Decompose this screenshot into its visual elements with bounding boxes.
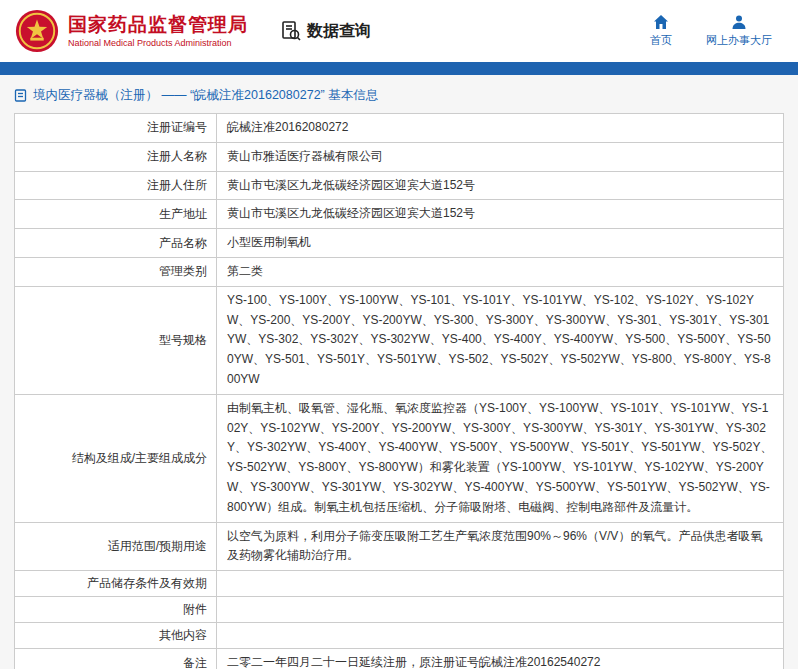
field-value: 小型医用制氧机 [217,229,784,258]
org-name-en: National Medical Products Administration [68,38,248,48]
home-link-label: 首页 [650,33,672,48]
field-label: 注册证编号 [15,114,217,143]
header-quick-links: 首页 网上办事大厅 [650,14,782,48]
service-hall-link[interactable]: 网上办事大厅 [706,14,772,48]
breadcrumb: 境内医疗器械（注册） —— “皖械注准20162080272” 基本信息 [14,87,784,104]
field-label: 管理类别 [15,257,217,286]
data-query-label: 数据查询 [307,21,371,42]
logo-block: 国家药品监督管理局 National Medical Products Admi… [14,8,248,54]
file-icon [14,89,27,102]
site-header: 国家药品监督管理局 National Medical Products Admi… [0,0,798,62]
table-row: 备注二零二一年四月二十一日延续注册，原注册证号皖械注准20162540272 [15,649,784,669]
person-icon [731,14,747,30]
header-divider-bar [0,62,798,75]
field-value [217,623,784,649]
registration-info-table: 注册证编号皖械注准20162080272注册人名称黄山市雅适医疗器械有限公司注册… [14,113,784,669]
field-value: 第二类 [217,257,784,286]
field-label: 产品名称 [15,229,217,258]
national-emblem-icon [14,8,60,54]
field-label: 注册人名称 [15,142,217,171]
table-row: 其他内容 [15,623,784,649]
table-row: 结构及组成/主要组成成分由制氧主机、吸氧管、湿化瓶、氧浓度监控器（YS-100Y… [15,394,784,522]
table-row: 型号规格YS-100、YS-100Y、YS-100YW、YS-101、YS-10… [15,286,784,394]
table-row: 管理类别第二类 [15,257,784,286]
breadcrumb-text: 境内医疗器械（注册） —— “皖械注准20162080272” 基本信息 [33,87,378,104]
field-value [217,597,784,623]
field-label: 型号规格 [15,286,217,394]
field-label: 其他内容 [15,623,217,649]
table-row: 注册人住所黄山市屯溪区九龙低碳经济园区迎宾大道152号 [15,171,784,200]
field-value: 黄山市雅适医疗器械有限公司 [217,142,784,171]
table-row: 注册证编号皖械注准20162080272 [15,114,784,143]
table-row: 产品名称小型医用制氧机 [15,229,784,258]
field-label: 生产地址 [15,200,217,229]
page: 国家药品监督管理局 National Medical Products Admi… [0,0,798,669]
field-label: 附件 [15,597,217,623]
field-value [217,571,784,597]
field-label: 注册人住所 [15,171,217,200]
table-row: 适用范围/预期用途以空气为原料，利用分子筛变压吸附工艺生产氧浓度范围90%～96… [15,522,784,571]
field-label: 备注 [15,649,217,669]
field-value: 黄山市屯溪区九龙低碳经济园区迎宾大道152号 [217,200,784,229]
home-link[interactable]: 首页 [650,14,672,48]
field-label: 产品储存条件及有效期 [15,571,217,597]
table-row: 注册人名称黄山市雅适医疗器械有限公司 [15,142,784,171]
document-search-icon [280,20,302,42]
field-label: 适用范围/预期用途 [15,522,217,571]
service-hall-label: 网上办事大厅 [706,33,772,48]
field-value: YS-100、YS-100Y、YS-100YW、YS-101、YS-101Y、Y… [217,286,784,394]
field-value: 皖械注准20162080272 [217,114,784,143]
org-names: 国家药品监督管理局 National Medical Products Admi… [68,14,248,48]
home-icon [653,14,669,30]
field-value: 由制氧主机、吸氧管、湿化瓶、氧浓度监控器（YS-100Y、YS-100YW、YS… [217,394,784,522]
data-query-nav[interactable]: 数据查询 [280,20,371,42]
table-row: 附件 [15,597,784,623]
table-row: 产品储存条件及有效期 [15,571,784,597]
field-value: 以空气为原料，利用分子筛变压吸附工艺生产氧浓度范围90%～96%（V/V）的氧气… [217,522,784,571]
main-content: 境内医疗器械（注册） —— “皖械注准20162080272” 基本信息 注册证… [0,75,798,669]
org-name-cn: 国家药品监督管理局 [68,14,248,36]
field-value: 黄山市屯溪区九龙低碳经济园区迎宾大道152号 [217,171,784,200]
field-value: 二零二一年四月二十一日延续注册，原注册证号皖械注准20162540272 [217,649,784,669]
table-row: 生产地址黄山市屯溪区九龙低碳经济园区迎宾大道152号 [15,200,784,229]
field-label: 结构及组成/主要组成成分 [15,394,217,522]
